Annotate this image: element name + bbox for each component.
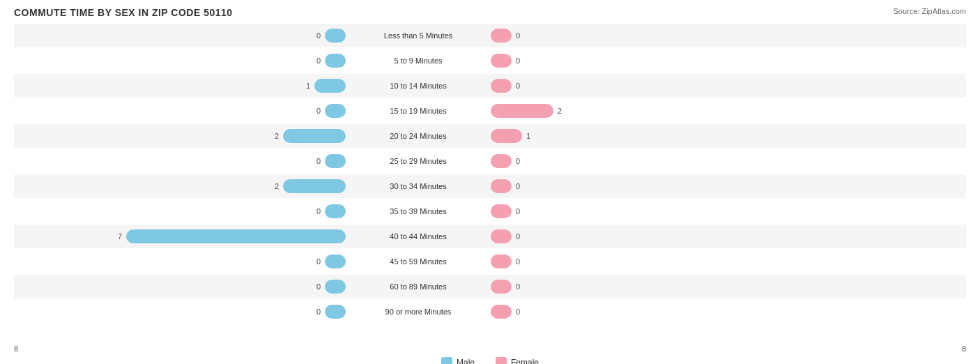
male-side: 0 — [14, 280, 349, 294]
row-label: 60 to 89 Minutes — [349, 282, 488, 291]
male-value: 1 — [296, 82, 310, 90]
axis-left: 8 — [14, 344, 18, 353]
row-label: 5 to 9 Minutes — [349, 56, 488, 65]
female-value: 0 — [516, 82, 530, 90]
male-side: 2 — [14, 129, 349, 143]
male-side: 0 — [14, 305, 349, 319]
table-row: 2 20 to 24 Minutes 1 — [14, 124, 966, 148]
male-bar — [325, 305, 346, 319]
female-value: 0 — [516, 207, 530, 215]
female-bar — [491, 79, 512, 93]
female-bar — [491, 179, 512, 193]
male-side: 1 — [14, 79, 349, 93]
female-value: 0 — [516, 308, 530, 316]
table-row: 0 25 to 29 Minutes 0 — [14, 149, 966, 173]
row-label: 45 to 59 Minutes — [349, 257, 488, 266]
chart-title: COMMUTE TIME BY SEX IN ZIP CODE 50110 — [14, 7, 966, 18]
male-bar — [314, 79, 346, 93]
row-label: 20 to 24 Minutes — [349, 132, 488, 140]
female-side: 0 — [488, 229, 822, 243]
male-side: 0 — [14, 104, 349, 118]
table-row: 0 5 to 9 Minutes 0 — [14, 49, 966, 73]
female-side: 0 — [488, 280, 822, 294]
table-row: 0 15 to 19 Minutes 2 — [14, 99, 966, 123]
source-text: Source: ZipAtlas.com — [893, 7, 966, 15]
male-side: 0 — [14, 255, 349, 268]
table-row: 2 30 to 34 Minutes 0 — [14, 174, 966, 198]
female-bar — [491, 305, 512, 319]
axis-labels: 8 8 — [14, 344, 966, 353]
male-value: 0 — [307, 282, 321, 291]
male-bar — [325, 104, 346, 118]
female-side: 0 — [488, 179, 822, 193]
table-row: 0 90 or more Minutes 0 — [14, 300, 966, 324]
female-bar — [491, 154, 512, 168]
male-value: 2 — [265, 182, 279, 190]
female-side: 0 — [488, 305, 822, 319]
female-value: 0 — [516, 182, 530, 190]
female-side: 0 — [488, 29, 822, 43]
female-value: 0 — [516, 56, 530, 65]
female-bar — [491, 255, 512, 268]
male-value: 0 — [307, 56, 321, 65]
male-value: 0 — [307, 31, 321, 40]
female-bar — [491, 29, 512, 43]
table-row: 0 45 to 59 Minutes 0 — [14, 250, 966, 273]
table-row: 0 Less than 5 Minutes 0 — [14, 24, 966, 47]
female-value: 1 — [526, 132, 540, 140]
female-value: 0 — [516, 282, 530, 291]
female-bar — [491, 54, 512, 68]
female-value: 0 — [516, 157, 530, 165]
row-label: 25 to 29 Minutes — [349, 157, 488, 165]
male-bar — [325, 154, 346, 168]
female-bar — [491, 104, 553, 118]
male-side: 0 — [14, 29, 349, 43]
male-bar — [283, 129, 346, 143]
female-side: 0 — [488, 204, 822, 218]
legend-male-box — [441, 357, 452, 364]
male-value: 2 — [265, 132, 279, 140]
male-bar — [325, 204, 346, 218]
row-label: 30 to 34 Minutes — [349, 182, 488, 190]
row-label: 10 to 14 Minutes — [349, 82, 488, 90]
male-side: 0 — [14, 204, 349, 218]
female-side: 1 — [488, 129, 822, 143]
table-row: 0 60 to 89 Minutes 0 — [14, 275, 966, 298]
chart-container: COMMUTE TIME BY SEX IN ZIP CODE 50110 So… — [14, 7, 966, 364]
male-value: 0 — [307, 257, 321, 266]
legend: Male Female — [14, 357, 966, 364]
female-side: 0 — [488, 255, 822, 268]
male-bar — [325, 29, 346, 43]
female-value: 0 — [516, 232, 530, 241]
female-value: 0 — [516, 31, 530, 40]
legend-female-box — [496, 357, 507, 364]
male-bar — [325, 280, 346, 294]
female-bar — [491, 280, 512, 294]
table-row: 1 10 to 14 Minutes 0 — [14, 74, 966, 98]
table-row: 7 40 to 44 Minutes 0 — [14, 225, 966, 248]
female-bar — [491, 229, 512, 243]
female-bar — [491, 204, 512, 218]
male-bar — [325, 54, 346, 68]
row-label: 40 to 44 Minutes — [349, 232, 488, 241]
legend-male: Male — [441, 357, 475, 364]
male-value: 0 — [307, 157, 321, 165]
row-label: 90 or more Minutes — [349, 308, 488, 316]
legend-female: Female — [496, 357, 539, 364]
male-bar — [283, 179, 346, 193]
male-value: 0 — [307, 308, 321, 316]
legend-female-label: Female — [511, 358, 539, 364]
axis-right: 8 — [962, 344, 966, 353]
male-side: 2 — [14, 179, 349, 193]
row-label: 35 to 39 Minutes — [349, 207, 488, 215]
male-bar — [126, 229, 346, 243]
female-bar — [491, 129, 522, 143]
male-value: 0 — [307, 207, 321, 215]
chart-area: 0 Less than 5 Minutes 0 0 5 to 9 Minutes… — [14, 24, 966, 324]
male-side: 7 — [14, 229, 349, 243]
female-value: 0 — [516, 257, 530, 266]
row-label: Less than 5 Minutes — [349, 31, 488, 40]
female-side: 0 — [488, 79, 822, 93]
table-row: 0 35 to 39 Minutes 0 — [14, 199, 966, 223]
male-side: 0 — [14, 54, 349, 68]
